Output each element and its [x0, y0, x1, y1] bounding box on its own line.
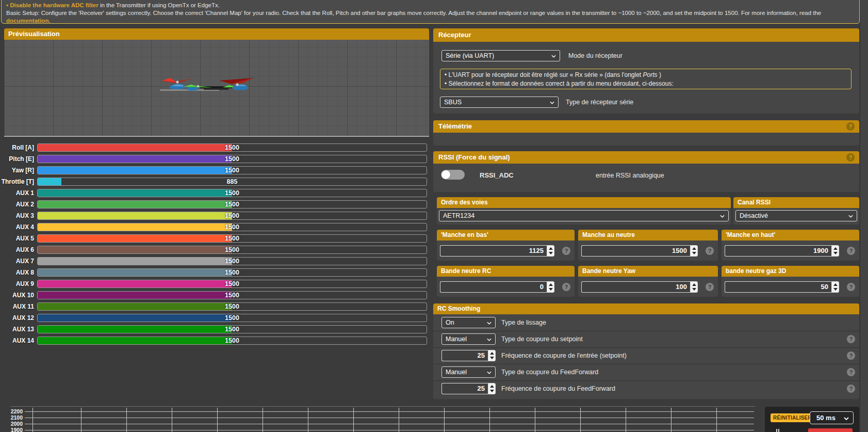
deadband-3d-input[interactable]: 50	[725, 281, 839, 293]
number-spinner[interactable]	[547, 281, 554, 293]
help-icon[interactable]: ?	[847, 385, 855, 393]
channel-bar: 885	[37, 178, 427, 186]
chevron-down-icon	[487, 371, 492, 374]
stick-low-input[interactable]: 1125	[440, 245, 554, 257]
spinner-up-icon	[833, 247, 838, 250]
help-icon[interactable]: ?	[846, 122, 855, 131]
save-button-partial[interactable]	[808, 428, 853, 432]
deadband-yaw-input[interactable]: 100	[581, 281, 698, 293]
channel-bar: 1500	[37, 166, 427, 174]
spinner-down-icon	[549, 252, 553, 254]
feedforward-cutoff-freq-label: Fréquence de coupure du FeedForward	[501, 385, 615, 392]
note-line-1: • Disable the hardware ADC filter in the…	[6, 2, 855, 9]
feedforward-cutoff-type-select[interactable]: Manuel	[441, 366, 496, 378]
help-icon[interactable]: ?	[847, 335, 855, 343]
channel-label: AUX 13	[0, 325, 34, 333]
channel-bar: 1500	[37, 246, 427, 254]
telemetry-header: Télémétrie	[433, 120, 859, 133]
channel-row: AUX 31500	[0, 212, 427, 220]
rssi-channel-select[interactable]: Désactivé	[735, 210, 857, 221]
channel-value: 1500	[38, 314, 427, 322]
number-spinner[interactable]	[547, 245, 554, 257]
channel-value: 1500	[38, 326, 427, 333]
channel-row: AUX 111500	[0, 302, 427, 311]
channel-map-box: Ordre des voies AETR1234	[437, 197, 731, 225]
channel-value: 1500	[38, 167, 427, 174]
channel-value: 1500	[38, 155, 427, 163]
model-preview-3d[interactable]	[4, 40, 429, 137]
deadband-rc-input[interactable]: 0	[440, 281, 554, 293]
clipped-ui-fragment	[776, 429, 777, 432]
help-icon[interactable]: ?	[562, 283, 570, 291]
rssi-header: RSSI (Force du signal)	[433, 151, 859, 164]
clipped-ui-fragment	[778, 429, 779, 432]
stick-high-input[interactable]: 1900	[725, 245, 839, 257]
help-icon[interactable]: ?	[847, 247, 855, 255]
setpoint-cutoff-freq-input[interactable]: 25	[441, 350, 496, 361]
channel-bar: 1500	[37, 212, 427, 220]
deadband-yaw-box: Bande neutre Yaw 100 ?	[578, 266, 718, 297]
help-icon[interactable]: ?	[706, 247, 714, 255]
channel-row: AUX 81500	[0, 268, 427, 277]
spinner-down-icon	[549, 288, 553, 291]
feedforward-cutoff-freq-input[interactable]: 25	[441, 383, 496, 394]
channel-map-select[interactable]: AETR1234	[439, 210, 729, 221]
channel-value: 885	[38, 178, 427, 186]
number-spinner[interactable]	[690, 281, 698, 293]
serial-provider-label: Type de récepteur série	[566, 99, 633, 106]
receiver-mode-select[interactable]: Série (via UART)	[441, 50, 560, 61]
rssi-adc-label: RSSI_ADC	[480, 171, 514, 179]
spinner-down-icon	[490, 357, 494, 359]
channel-row: Pitch [E]1500	[0, 155, 427, 163]
channel-bar: 1500	[37, 325, 427, 333]
refresh-interval-select[interactable]: 50 ms	[810, 411, 854, 424]
stick-center-input[interactable]: 1500	[581, 245, 698, 257]
smoothing-type-label: Type de lissage	[501, 319, 546, 326]
channel-bar: 1500	[37, 291, 427, 299]
spinner-up-icon	[490, 352, 494, 355]
channel-row: AUX 141500	[0, 337, 427, 345]
receiver-note: • L'UART pour le récepteur doit être rég…	[440, 69, 851, 89]
channel-bar: 1500	[37, 337, 427, 345]
rssi-adc-toggle[interactable]	[441, 170, 465, 180]
spinner-down-icon	[692, 288, 696, 291]
smoothing-type-select[interactable]: On	[441, 317, 496, 328]
help-icon[interactable]: ?	[847, 283, 855, 291]
channel-label: Pitch [E]	[0, 155, 34, 163]
number-spinner[interactable]	[831, 245, 839, 257]
channel-row: Roll [A]1500	[0, 143, 427, 152]
channel-row: Throttle [T]885	[0, 178, 427, 186]
channel-bar: 1500	[37, 234, 427, 243]
note-highlight: • Disable the hardware ADC filter	[6, 2, 99, 8]
channel-label: AUX 1	[0, 189, 34, 197]
channel-label: Yaw [R]	[0, 166, 34, 174]
help-icon[interactable]: ?	[706, 283, 714, 291]
help-icon[interactable]: ?	[847, 351, 855, 360]
channel-bar: 1500	[37, 268, 427, 277]
channel-bar: 1500	[37, 143, 427, 152]
channel-row: AUX 71500	[0, 257, 427, 265]
rssi-panel: RSSI (Force du signal) ? RSSI_ADC entrée…	[433, 151, 859, 192]
channel-value: 1500	[38, 337, 427, 345]
setpoint-cutoff-type-select[interactable]: Manuel	[441, 333, 496, 345]
help-icon[interactable]: ?	[847, 368, 855, 376]
number-spinner[interactable]	[488, 350, 496, 361]
reset-button[interactable]: RÉINITIALISER	[771, 413, 814, 422]
stick-high-header: 'Manche en haut'	[722, 230, 859, 241]
help-icon[interactable]: ?	[562, 247, 570, 255]
channel-row: AUX 51500	[0, 234, 427, 243]
spinner-down-icon	[692, 252, 696, 254]
spinner-up-icon	[549, 247, 553, 250]
serial-provider-select[interactable]: SBUS	[440, 97, 559, 108]
channel-bar: 1500	[37, 257, 427, 265]
documentation-link[interactable]: documentation	[6, 18, 48, 24]
setpoint-cutoff-type-label: Type de coupure du setpoint	[501, 335, 583, 343]
number-spinner[interactable]	[488, 383, 496, 394]
channel-row: AUX 21500	[0, 200, 427, 209]
channel-row: AUX 91500	[0, 280, 427, 288]
number-spinner[interactable]	[690, 245, 698, 257]
channel-value: 1500	[38, 212, 427, 220]
help-icon[interactable]: ?	[846, 153, 855, 162]
page-scrollbar[interactable]	[860, 0, 868, 432]
number-spinner[interactable]	[831, 281, 839, 293]
